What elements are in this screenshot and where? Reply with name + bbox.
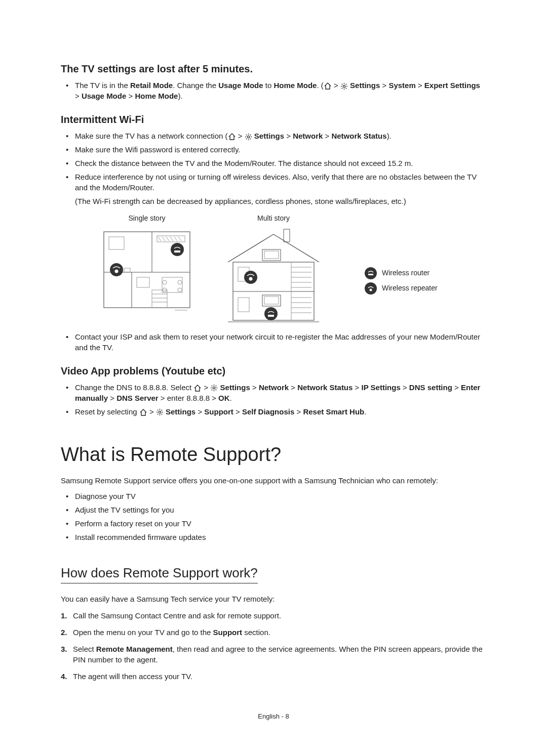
- legend-router: Wireless router: [365, 267, 438, 279]
- path: Reset Smart Hub: [303, 407, 364, 416]
- path: Self Diagnosis: [242, 407, 294, 416]
- heading-tv-settings-lost: The TV settings are lost after 5 minutes…: [61, 62, 486, 76]
- text: > enter 8.8.8.8 >: [159, 394, 218, 402]
- gear-icon: [340, 82, 348, 90]
- svg-point-42: [171, 243, 184, 256]
- list-item: Perform a factory reset on your TV: [70, 518, 486, 529]
- diagram-row: Single story: [101, 214, 486, 325]
- chevron: >: [204, 383, 208, 392]
- svg-rect-23: [157, 236, 185, 242]
- home-icon: [228, 133, 236, 140]
- chevron: >: [296, 407, 301, 416]
- gear-icon: [210, 384, 218, 392]
- legend-label: Wireless repeater: [382, 283, 438, 293]
- house-multi-icon: [223, 227, 324, 323]
- list-item: Reduce interference by not using or turn…: [70, 172, 486, 206]
- text: .: [230, 394, 232, 402]
- chevron: >: [198, 407, 202, 416]
- floorplan-single-icon: [101, 227, 192, 313]
- svg-point-33: [178, 280, 182, 284]
- svg-point-32: [163, 280, 167, 284]
- text: Change the DNS to 8.8.8.8. Select: [75, 383, 193, 392]
- svg-point-73: [213, 387, 215, 389]
- chevron: >: [291, 383, 295, 392]
- svg-line-25: [162, 237, 165, 241]
- intro-text: Samsung Remote Support service offers yo…: [61, 475, 486, 486]
- svg-line-28: [174, 237, 177, 241]
- svg-line-6: [346, 88, 347, 89]
- svg-point-67: [249, 277, 253, 280]
- text-bold: Usage Mode: [218, 81, 263, 90]
- svg-line-89: [162, 410, 163, 411]
- path: DNS Server: [116, 394, 159, 402]
- chevron: >: [236, 407, 240, 416]
- path: Expert Settings: [424, 81, 480, 90]
- path: Network: [293, 132, 323, 140]
- svg-line-27: [170, 237, 173, 241]
- svg-line-29: [178, 237, 181, 241]
- text: .: [364, 407, 366, 416]
- path: Home Mode: [135, 92, 178, 100]
- chevron: >: [355, 383, 360, 392]
- heading-remote-support: What is Remote Support?: [61, 441, 486, 468]
- text-bold: Home Mode: [274, 81, 317, 90]
- chevron: >: [418, 81, 422, 90]
- svg-line-15: [250, 138, 251, 139]
- diagram-label: Single story: [101, 214, 192, 224]
- svg-line-80: [216, 386, 217, 387]
- step: Call the Samsung Contact Centre and ask …: [61, 610, 486, 621]
- page-footer: English - 8: [61, 712, 486, 721]
- path: DNS setting: [409, 383, 452, 392]
- svg-line-26: [166, 237, 169, 241]
- list-wifi-cont: Contact your ISP and ask them to reset y…: [61, 331, 486, 353]
- gear-icon: [245, 133, 252, 141]
- home-icon: [193, 385, 202, 392]
- svg-line-16: [250, 134, 251, 135]
- text: The TV is in the: [75, 81, 130, 90]
- step: The agent will then access your TV.: [61, 671, 486, 682]
- chevron: >: [334, 81, 338, 90]
- svg-line-24: [158, 237, 161, 241]
- gear-icon: [156, 408, 164, 416]
- chevron: >: [149, 407, 154, 416]
- diagram-label: Multi story: [223, 214, 324, 224]
- text: Reset by selecting: [75, 407, 139, 416]
- list-item: Contact your ISP and ask them to reset y…: [70, 331, 486, 353]
- path: Settings: [350, 81, 380, 90]
- path: Usage Mode: [82, 92, 126, 100]
- path: IP Settings: [362, 383, 401, 392]
- repeater-icon: [365, 282, 377, 295]
- svg-rect-65: [238, 298, 249, 312]
- list-item: The TV is in the Retail Mode. Change the…: [70, 80, 486, 101]
- diagram-legend: Wireless router Wireless repeater: [365, 264, 438, 298]
- svg-point-35: [178, 288, 182, 292]
- chevron: >: [382, 81, 386, 90]
- list-item: Install recommended firmware updates: [70, 532, 486, 542]
- text: Make sure the TV has a network connectio…: [75, 132, 228, 140]
- svg-line-17: [246, 138, 247, 139]
- svg-rect-43: [174, 250, 180, 253]
- chevron: >: [252, 383, 257, 392]
- text-bold: Remote Management: [96, 645, 173, 653]
- text: Select: [73, 645, 96, 653]
- svg-rect-71: [368, 274, 373, 275]
- list-item: Change the DNS to 8.8.8.8. Select > Sett…: [70, 382, 486, 403]
- legend-repeater: Wireless repeater: [365, 282, 438, 295]
- svg-line-90: [158, 414, 159, 415]
- chevron: >: [110, 394, 114, 402]
- svg-point-72: [370, 289, 372, 291]
- text-bold: Support: [213, 628, 243, 637]
- svg-rect-46: [124, 268, 130, 272]
- svg-line-5: [342, 83, 343, 85]
- path: Settings: [254, 132, 284, 140]
- svg-rect-69: [268, 315, 274, 317]
- list-remote-support: Diagnose your TV Adjust the TV settings …: [61, 491, 486, 542]
- chevron: >: [75, 92, 80, 100]
- path: Settings: [166, 407, 196, 416]
- list-item: Reset by selecting > Settings > Support …: [70, 406, 486, 417]
- heading-intermittent-wifi: Intermittent Wi-Fi: [61, 112, 486, 127]
- heading-how-remote-support: How does Remote Support work?: [61, 564, 258, 583]
- svg-rect-61: [264, 251, 279, 259]
- list-item: Check the distance between the TV and th…: [70, 158, 486, 169]
- svg-line-14: [246, 134, 247, 135]
